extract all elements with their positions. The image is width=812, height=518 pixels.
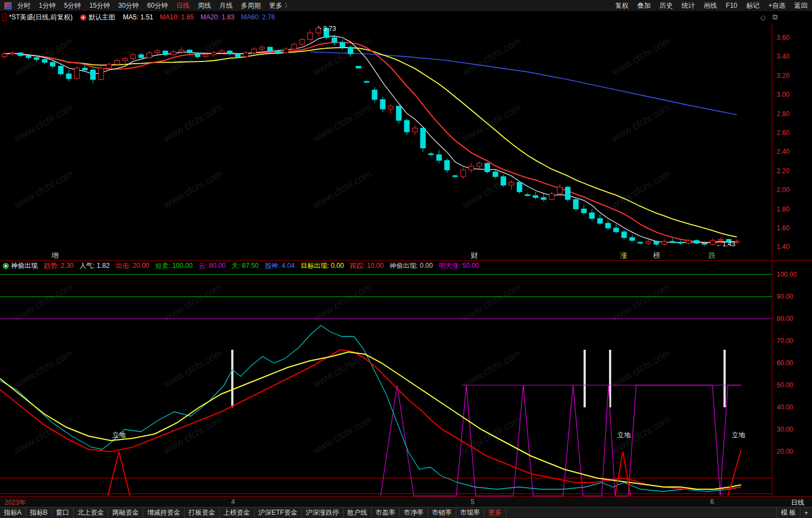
bottombar-tab-沪深涨跌停[interactable]: 沪深涨跌停 [302,507,343,518]
indicator-canvas[interactable]: www.cfchi.comwww.cfchi.comwww.cfchi.comw… [0,261,812,496]
svg-text:榜: 榜 [653,251,660,260]
topbar-tool-统计[interactable]: 统计 [681,1,695,11]
topbar-period-15分钟[interactable]: 15分钟 [89,1,110,11]
time-axis-label: 2023年 [4,498,26,507]
svg-text:www.cfchi.com: www.cfchi.com [161,414,224,457]
time-axis-label: 6 [710,498,714,506]
svg-text:2.20: 2.20 [777,167,790,175]
topbar-period-分时[interactable]: 分时 [17,1,30,11]
indicator-param: 人气: 1.82 [80,261,110,271]
svg-text:www.cfchi.com: www.cfchi.com [310,168,373,211]
svg-text:3.20: 3.20 [777,72,790,80]
bottombar: 指标A指标B窗口北上资金两融资金增减持资金打板资金上榜资金沪深ETF资金沪深涨跌… [0,507,812,518]
indicator-param: 神偷出现: 0.00 [389,261,433,271]
svg-text:3.73: 3.73 [323,25,336,33]
topbar-tool-画线[interactable]: 画线 [704,1,717,11]
bottombar-tab-增减持资金[interactable]: 增减持资金 [143,507,185,518]
svg-text:←1.43: ←1.43 [716,240,736,248]
bottombar-tab-窗口[interactable]: 窗口 [52,507,74,518]
infobar-corner-icons: ◇⧉ [761,11,778,23]
topbar: 分时1分钟5分钟15分钟30分钟60分钟日线周线月线多周期更多 〉 复权叠加历史… [0,0,812,11]
bottombar-tab-指标A[interactable]: 指标A [0,507,26,518]
topbar-period-多周期[interactable]: 多周期 [241,1,261,11]
svg-text:www.cfchi.com: www.cfchi.com [310,35,373,78]
period-label: 日线 [791,498,804,507]
bottombar-tab-市现率[interactable]: 市现率 [456,507,485,518]
svg-text:www.cfchi.com: www.cfchi.com [609,348,672,390]
svg-text:2.40: 2.40 [777,148,790,156]
svg-text:80.00: 80.00 [777,315,793,323]
svg-text:立地: 立地 [617,431,631,439]
indicator-param: 天: 87.50 [232,261,259,271]
svg-text:www.cfchi.com: www.cfchi.com [12,348,75,390]
svg-text:50.00: 50.00 [777,381,793,389]
svg-text:3.60: 3.60 [777,34,790,42]
bottombar-tab-沪深ETF资金[interactable]: 沪深ETF资金 [254,507,302,518]
template-button[interactable]: 模 板 [777,507,800,518]
topbar-period-日线[interactable]: 日线 [176,1,189,11]
app-logo-icon [4,2,12,9]
svg-text:1.60: 1.60 [777,224,790,232]
main-chart-canvas[interactable]: www.cfchi.comwww.cfchi.comwww.cfchi.comw… [0,23,812,260]
indicator-param: 明天涨: 50.00 [439,261,479,271]
bottombar-tab-市盈率[interactable]: 市盈率 [372,507,400,518]
bottombar-tab-上榜资金[interactable]: 上榜资金 [220,507,254,518]
topbar-period-更多 〉[interactable]: 更多 〉 [269,1,290,11]
indicator-param: 跟踪: 10.00 [350,261,384,271]
bottombar-tab-指标B[interactable]: 指标B [26,507,52,518]
svg-text:www.cfchi.com: www.cfchi.com [161,102,224,144]
topbar-period-60分钟[interactable]: 60分钟 [147,1,168,11]
indicator-panel[interactable]: 神偷出现 趋势: 2.30人气: 1.82出击: 20.00短卖: 100.00… [0,260,812,496]
chart-style-label[interactable]: 默认主图 [89,13,115,22]
topbar-period-月线[interactable]: 月线 [219,1,232,11]
bottombar-right: 模 板+ [777,507,812,518]
topbar-tool-+自选[interactable]: +自选 [768,1,785,11]
topbar-tool-返回[interactable]: 返回 [794,1,808,11]
time-axis-label: 5 [471,498,475,506]
bottombar-tab-打板资金[interactable]: 打板资金 [185,507,220,518]
svg-text:100.00: 100.00 [777,271,797,278]
bottombar-tab-两融资金[interactable]: 两融资金 [108,507,143,518]
ma60-value: MA60: 2.76 [241,13,275,21]
indicator-param: 短卖: 100.00 [155,261,192,271]
add-panel-button[interactable]: + [800,507,812,518]
topbar-tool-历史[interactable]: 历史 [659,1,673,11]
indicator-param: 云: 80.00 [199,261,226,271]
svg-text:www.cfchi.com: www.cfchi.com [12,102,75,144]
topbar-tool-复权[interactable]: 复权 [615,1,628,11]
diamond-icon[interactable]: ◇ [761,13,766,22]
svg-text:www.cfchi.com: www.cfchi.com [12,168,75,211]
topbar-period-1分钟[interactable]: 1分钟 [39,1,56,11]
bottombar-tab-市销率[interactable]: 市销率 [428,507,456,518]
topbar-period-30分钟[interactable]: 30分钟 [118,1,139,11]
topbar-period-5分钟[interactable]: 5分钟 [64,1,81,11]
svg-text:www.cfchi.com: www.cfchi.com [161,168,224,211]
indicator-title[interactable]: 神偷出现 [11,261,38,271]
topbar-tool-F10[interactable]: F10 [726,2,737,9]
topbar-tool-标记[interactable]: 标记 [746,1,759,11]
bottombar-tab-北上资金[interactable]: 北上资金 [74,507,108,518]
svg-text:www.cfchi.com: www.cfchi.com [609,281,672,324]
svg-text:1.40: 1.40 [777,243,790,251]
window-icon[interactable]: ⧉ [773,13,778,22]
svg-text:立地: 立地 [732,431,746,439]
main-candlestick-chart[interactable]: www.cfchi.comwww.cfchi.comwww.cfchi.comw… [0,23,812,260]
svg-text:3.40: 3.40 [777,53,790,60]
stock-title: *ST美盛(日线,前复权) [9,13,72,22]
svg-text:www.cfchi.com: www.cfchi.com [161,348,224,390]
topbar-period-周线[interactable]: 周线 [197,1,211,11]
svg-text:www.cfchi.com: www.cfchi.com [460,35,523,78]
app-window: 分时1分钟5分钟15分钟30分钟60分钟日线周线月线多周期更多 〉 复权叠加历史… [0,0,812,518]
ma20-value: MA20: 1.83 [200,13,234,21]
svg-text:涨: 涨 [620,251,627,260]
indicator-header: 神偷出现 趋势: 2.30人气: 1.82出击: 20.00短卖: 100.00… [3,261,485,271]
indicator-param: 趋势: 2.30 [44,261,74,271]
topbar-tool-叠加[interactable]: 叠加 [637,1,650,11]
bottombar-tab-市净率[interactable]: 市净率 [400,507,428,518]
svg-text:2.80: 2.80 [777,110,790,118]
indicator-param: 目标出现: 0.00 [301,261,344,271]
bottombar-tab-更多[interactable]: 更多 [485,507,506,518]
svg-text:www.cfchi.com: www.cfchi.com [609,102,672,144]
svg-text:www.cfchi.com: www.cfchi.com [310,102,373,144]
bottombar-tab-散户线[interactable]: 散户线 [343,507,372,518]
